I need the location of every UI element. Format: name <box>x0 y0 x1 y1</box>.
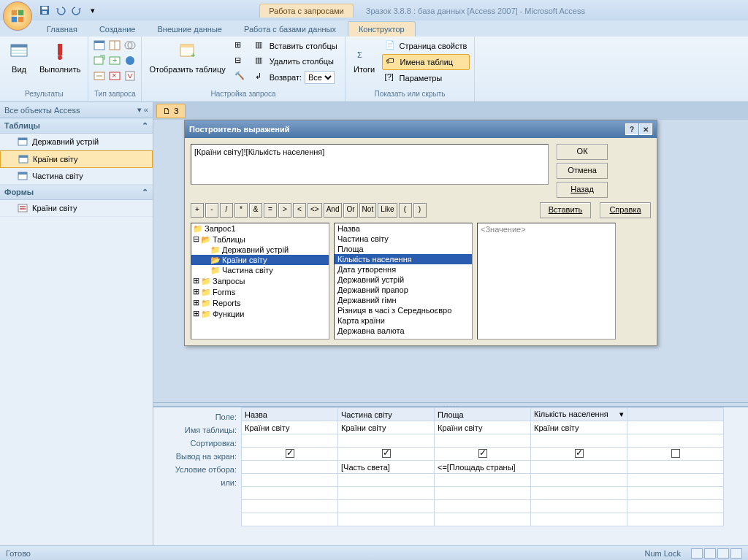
grid-cell[interactable]: Країни світу <box>242 421 338 434</box>
grid-cell[interactable]: Назва <box>242 408 338 421</box>
insert-button[interactable]: Вставить <box>540 202 591 218</box>
grid-cell[interactable] <box>531 474 627 487</box>
grid-cell[interactable] <box>627 421 724 434</box>
delete-columns-button[interactable]: ▥Удалить столбцы <box>252 54 340 69</box>
nav-form-item[interactable]: Країни світу <box>0 200 153 217</box>
field-item[interactable]: Різниця в часі з Середньоєвро <box>335 305 472 315</box>
save-icon[interactable] <box>38 4 51 17</box>
operator-button[interactable]: ( <box>399 203 412 218</box>
collapse-icon[interactable]: ⌃ <box>142 121 148 131</box>
grid-cell[interactable] <box>435 500 531 513</box>
field-item[interactable]: Карта країни <box>335 315 472 326</box>
grid-cell[interactable]: Кількість населення ▾ <box>531 408 627 421</box>
chevron-left-icon[interactable]: ▾ « <box>137 105 148 115</box>
pivot-view-icon[interactable] <box>730 548 742 559</box>
tree-item[interactable]: ⊞📁Функции <box>191 308 329 319</box>
operator-button[interactable]: ) <box>413 203 427 218</box>
nav-table-item[interactable]: Частина світу <box>0 168 153 185</box>
datasheet-view-icon[interactable] <box>691 548 703 559</box>
tree-item[interactable]: 📂Країни світу <box>191 255 329 265</box>
insert-rows-button[interactable]: ⊞ <box>232 39 249 53</box>
nav-group-tables[interactable]: Таблицы⌃ <box>0 118 153 134</box>
grid-cell[interactable] <box>338 513 435 526</box>
field-item[interactable]: Дата утворення <box>335 264 472 275</box>
ok-button[interactable]: ОК <box>557 144 608 160</box>
values-list[interactable]: <Значение> <box>477 223 616 340</box>
totals-button[interactable]: Σ Итоги <box>350 39 379 75</box>
grid-cell[interactable] <box>338 474 435 487</box>
grid-cell[interactable] <box>627 434 724 448</box>
return-combo[interactable]: Все <box>305 71 335 84</box>
operator-button[interactable]: < <box>293 203 306 218</box>
grid-cell[interactable] <box>242 448 338 461</box>
grid-cell[interactable] <box>338 500 435 513</box>
operator-button[interactable]: <> <box>308 203 322 218</box>
view-button[interactable]: Вид <box>4 39 34 75</box>
delete-query-icon[interactable]: × <box>108 69 121 84</box>
select-query-icon[interactable] <box>93 39 106 53</box>
nav-header[interactable]: Все объекты Access▾ « <box>0 102 153 118</box>
tab-external-data[interactable]: Внешние данные <box>148 22 232 37</box>
grid-cell[interactable] <box>242 513 338 526</box>
dialog-titlebar[interactable]: Построитель выражений ? ✕ <box>185 120 657 138</box>
close-icon[interactable]: ✕ <box>639 123 652 135</box>
grid-cell[interactable] <box>338 448 435 461</box>
grid-cell[interactable]: Країни світу <box>435 421 531 434</box>
grid-cell[interactable] <box>627 474 724 487</box>
operator-button[interactable]: / <box>220 203 233 218</box>
show-checkbox[interactable] <box>478 449 487 458</box>
grid-cell[interactable] <box>531 500 627 513</box>
tree-item[interactable]: 📁Частина світу <box>191 265 329 275</box>
undo-icon[interactable] <box>54 4 67 17</box>
expression-textarea[interactable]: [Країни світу]![Кількість населення] <box>191 144 549 185</box>
grid-cell[interactable]: <=[Площадь страны] <box>435 461 531 474</box>
grid-cell[interactable] <box>242 461 338 474</box>
grid-cell[interactable] <box>531 461 627 474</box>
table-names-button[interactable]: 🏷Имена таблиц <box>382 54 470 70</box>
grid-cell[interactable]: [Часть света] <box>338 461 435 474</box>
grid-cell[interactable]: Країни світу <box>338 421 435 434</box>
insert-columns-button[interactable]: ▥Вставить столбцы <box>252 39 340 53</box>
update-query-icon[interactable] <box>93 69 106 84</box>
grid-cell[interactable] <box>435 487 531 500</box>
field-item[interactable]: Державний прапор <box>335 285 472 295</box>
grid-cell[interactable] <box>338 434 435 448</box>
grid-cell[interactable] <box>627 487 724 500</box>
field-item[interactable]: Назва <box>335 223 472 234</box>
operator-button[interactable]: = <box>264 203 277 218</box>
tab-home[interactable]: Главная <box>37 22 88 37</box>
grid-cell[interactable] <box>531 434 627 448</box>
grid-cell[interactable] <box>242 474 338 487</box>
field-item[interactable]: Кількість населення <box>335 254 472 264</box>
operator-button[interactable]: Like <box>378 203 397 218</box>
grid-cell[interactable] <box>435 448 531 461</box>
grid-cell[interactable] <box>627 408 724 421</box>
property-sheet-button[interactable]: 📄Страница свойств <box>382 39 470 53</box>
show-checkbox[interactable] <box>671 449 680 458</box>
grid-cell[interactable] <box>531 513 627 526</box>
tab-create[interactable]: Создание <box>89 22 146 37</box>
grid-cell[interactable] <box>627 461 724 474</box>
builder-button[interactable]: 🔨 <box>232 69 249 84</box>
qat-dropdown-icon[interactable]: ▾ <box>86 4 99 17</box>
cancel-button[interactable]: Отмена <box>557 163 608 179</box>
sql-view-icon[interactable] <box>704 548 716 559</box>
grid-cell[interactable] <box>627 500 724 513</box>
grid-cell[interactable] <box>627 513 724 526</box>
office-button[interactable] <box>3 1 32 31</box>
show-checkbox[interactable] <box>382 449 391 458</box>
design-view-icon[interactable] <box>717 548 729 559</box>
help-icon[interactable]: ? <box>625 123 638 135</box>
grid-cell[interactable]: Країни світу <box>531 421 627 434</box>
show-table-button[interactable]: + Отобразить таблицу <box>146 39 228 75</box>
tree-item[interactable]: 📁Запрос1 <box>191 223 329 234</box>
grid-cell[interactable]: Частина світу <box>338 408 435 421</box>
field-item[interactable]: Державний устрій <box>335 275 472 285</box>
grid-cell[interactable] <box>531 448 627 461</box>
run-button[interactable]: Выполнить <box>37 39 83 75</box>
grid-table[interactable]: НазваЧастина світуПлощаКількість населен… <box>241 407 724 526</box>
parameters-button[interactable]: [?]Параметры <box>382 71 470 85</box>
grid-cell[interactable] <box>338 487 435 500</box>
nav-table-item[interactable]: Країни світу <box>0 150 153 168</box>
collapse-icon[interactable]: ⌃ <box>142 188 148 197</box>
